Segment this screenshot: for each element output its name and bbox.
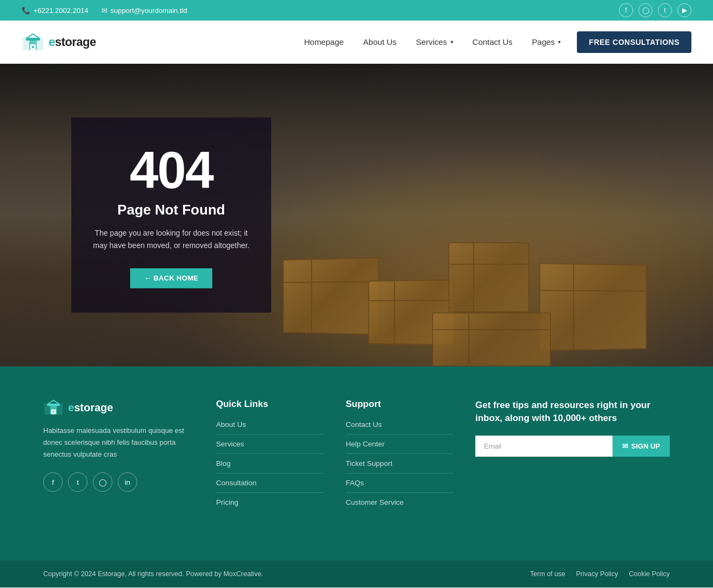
privacy-policy-link[interactable]: Privacy Policy: [576, 570, 618, 578]
footer-link-consultation[interactable]: Consultation: [216, 479, 324, 493]
footer-description: Habitasse malesuada vestibulum quisque e…: [43, 425, 194, 460]
back-home-button[interactable]: ← BACK HOME: [130, 269, 212, 289]
footer-quick-links-col: Quick Links About Us Services Blog Consu…: [216, 399, 324, 517]
error-box: 404 Page Not Found The page you are look…: [71, 117, 271, 312]
error-description: The page you are looking for does not ex…: [93, 227, 250, 252]
phone-info: 📞 +6221.2002.2014: [22, 6, 89, 15]
error-code: 404: [93, 144, 250, 196]
support-title: Support: [346, 399, 454, 410]
crate-5: [448, 242, 529, 312]
phone-icon: 📞: [22, 6, 30, 15]
footer-instagram-icon[interactable]: ◯: [93, 472, 112, 492]
footer-link-helpcenter[interactable]: Help Center: [346, 440, 454, 454]
navbar: estorage Homepage About Us Services ▾ Co…: [0, 21, 713, 64]
footer-link-faqs[interactable]: FAQs: [346, 479, 454, 493]
logo-svg-icon: [22, 32, 44, 52]
youtube-icon-top[interactable]: ▶: [677, 3, 691, 17]
twitter-icon-top[interactable]: t: [658, 3, 672, 17]
email-address: support@yourdomain.tld: [111, 6, 187, 15]
newsletter-form: ✉ SIGN UP: [475, 436, 670, 457]
footer-logo-icon: [43, 399, 64, 416]
crate-1: [283, 257, 379, 336]
services-chevron: ▾: [450, 39, 453, 45]
email-info: ✉ support@yourdomain.tld: [102, 6, 187, 15]
footer-linkedin-icon[interactable]: in: [118, 472, 137, 492]
footer-bottom: Copyright © 2024 Estorage, All rights re…: [0, 560, 713, 587]
footer-facebook-icon[interactable]: f: [43, 472, 63, 492]
nav-links: Homepage About Us Services ▾ Contact Us …: [297, 31, 691, 53]
cookie-policy-link[interactable]: Cookie Policy: [629, 570, 670, 578]
nav-contact[interactable]: Contact Us: [465, 33, 520, 51]
nav-pages[interactable]: Pages ▾: [524, 33, 569, 51]
crate-3: [539, 263, 647, 351]
footer-support-col: Support Contact Us Help Center Ticket Su…: [346, 399, 454, 517]
footer-logo-text: estorage: [68, 402, 113, 414]
footer-brand: estorage Habitasse malesuada vestibulum …: [43, 399, 194, 517]
term-of-use-link[interactable]: Term of use: [530, 570, 565, 578]
footer-newsletter: Get free tips and resources right in you…: [475, 399, 670, 517]
footer-link-ticket[interactable]: Ticket Support: [346, 459, 454, 473]
logo-text: estorage: [49, 35, 96, 49]
quick-links-title: Quick Links: [216, 399, 324, 410]
footer-socials: f t ◯ in: [43, 472, 194, 492]
top-bar-contact: 📞 +6221.2002.2014 ✉ support@yourdomain.t…: [22, 6, 187, 15]
footer: estorage Habitasse malesuada vestibulum …: [0, 366, 713, 560]
footer-link-services[interactable]: Services: [216, 440, 324, 454]
phone-number: +6221.2002.2014: [33, 6, 89, 15]
email-send-icon: ✉: [622, 442, 628, 450]
copyright-text: Copyright © 2024 Estorage, All rights re…: [43, 570, 263, 578]
footer-link-about[interactable]: About Us: [216, 420, 324, 435]
top-bar-socials: f ◯ t ▶: [619, 3, 691, 17]
nav-homepage[interactable]: Homepage: [297, 33, 351, 51]
svg-rect-1: [26, 38, 40, 41]
logo[interactable]: estorage: [22, 32, 96, 52]
nav-about[interactable]: About Us: [355, 33, 404, 51]
svg-point-9: [52, 411, 55, 413]
footer-twitter-icon[interactable]: t: [68, 472, 88, 492]
email-icon: ✉: [102, 6, 107, 15]
nav-services[interactable]: Services ▾: [408, 33, 461, 51]
footer-logo: estorage: [43, 399, 194, 416]
newsletter-btn-label: SIGN UP: [631, 442, 660, 450]
svg-rect-6: [47, 404, 59, 406]
instagram-icon-top[interactable]: ◯: [638, 3, 653, 17]
facebook-icon-top[interactable]: f: [619, 3, 633, 17]
top-bar: 📞 +6221.2002.2014 ✉ support@yourdomain.t…: [0, 0, 713, 21]
newsletter-signup-button[interactable]: ✉ SIGN UP: [613, 436, 670, 457]
error-title: Page Not Found: [93, 202, 250, 218]
footer-top: estorage Habitasse malesuada vestibulum …: [43, 399, 670, 539]
free-consultations-button[interactable]: FREE CONSULTATIONS: [577, 31, 691, 53]
footer-link-customerservice[interactable]: Customer Service: [346, 498, 454, 512]
hero-section: 404 Page Not Found The page you are look…: [0, 64, 713, 366]
svg-point-4: [32, 46, 34, 48]
footer-link-blog[interactable]: Blog: [216, 459, 324, 473]
crate-4: [432, 312, 551, 366]
footer-link-contact[interactable]: Contact Us: [346, 420, 454, 435]
newsletter-title: Get free tips and resources right in you…: [475, 399, 670, 425]
footer-bottom-links: Term of use Privacy Policy Cookie Policy: [530, 570, 670, 578]
newsletter-email-input[interactable]: [475, 436, 613, 457]
footer-link-pricing[interactable]: Pricing: [216, 498, 324, 512]
pages-chevron: ▾: [558, 39, 561, 45]
